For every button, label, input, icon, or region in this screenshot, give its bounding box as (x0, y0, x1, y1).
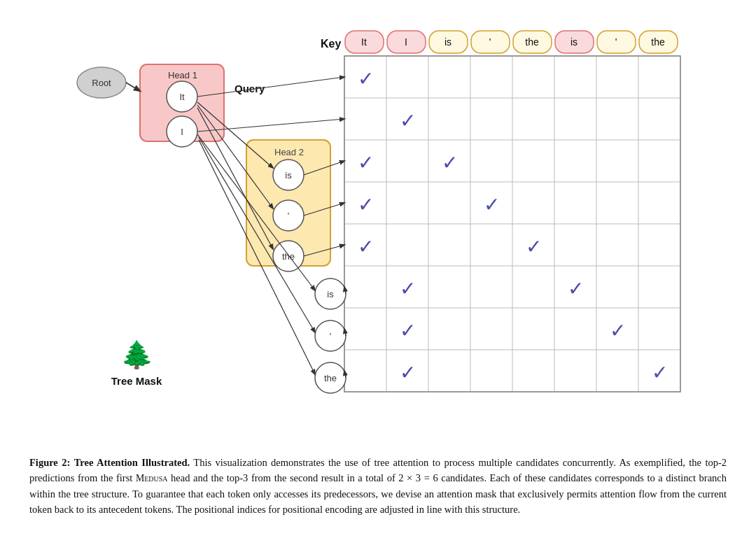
svg-text:✓: ✓ (358, 236, 374, 257)
figure-container: Key It I is ' the is ' the Query (28, 14, 728, 518)
svg-text:is: is (327, 289, 334, 299)
svg-text:': ' (615, 36, 617, 48)
key-label: Key (321, 38, 341, 50)
svg-text:is: is (570, 36, 578, 48)
svg-text:the: the (282, 251, 295, 262)
svg-text:the: the (651, 36, 665, 48)
svg-text:the: the (324, 373, 337, 383)
svg-text:I: I (405, 36, 407, 48)
diagram-area: Key It I is ' the is ' the Query (28, 14, 728, 448)
svg-text:✓: ✓ (442, 152, 458, 174)
svg-text:✓: ✓ (358, 68, 374, 90)
caption-bold: Tree Attention Illustrated. (74, 457, 190, 468)
svg-text:✓: ✓ (526, 236, 542, 257)
svg-text:✓: ✓ (358, 194, 374, 215)
root-label: Root (92, 78, 111, 88)
svg-line-66 (126, 83, 140, 91)
attention-grid: ✓ ✓ ✓ ✓ ✓ ✓ ✓ ✓ ✓ ✓ ✓ ✓ ✓ (344, 56, 680, 392)
head2-label: Head 2 (274, 147, 304, 157)
svg-text:It: It (361, 36, 367, 48)
svg-text:✓: ✓ (484, 194, 500, 215)
tree-icon: 🌲 (120, 339, 154, 371)
svg-text:✓: ✓ (400, 362, 416, 383)
svg-text:✓: ✓ (400, 278, 416, 299)
svg-text:✓: ✓ (358, 152, 374, 174)
svg-text:the: the (525, 36, 539, 48)
tree-mask-label: Tree Mask (111, 375, 162, 387)
svg-text:✓: ✓ (400, 320, 416, 341)
caption-label: Figure 2: (29, 457, 70, 468)
svg-text:': ' (489, 36, 491, 48)
svg-text:✓: ✓ (610, 320, 626, 341)
svg-text:It: It (179, 92, 185, 102)
svg-text:': ' (330, 331, 331, 341)
svg-text:I: I (181, 127, 183, 137)
svg-text:✓: ✓ (568, 278, 584, 299)
svg-text:is: is (444, 36, 451, 48)
svg-text:✓: ✓ (400, 110, 416, 132)
svg-text:is: is (285, 170, 292, 181)
figure-caption: Figure 2: Tree Attention Illustrated. Th… (28, 455, 728, 518)
diagram-svg: Key It I is ' the is ' the Query (28, 14, 728, 448)
head1-label: Head 1 (168, 70, 197, 80)
svg-text:': ' (288, 211, 289, 221)
svg-text:✓: ✓ (652, 362, 668, 383)
